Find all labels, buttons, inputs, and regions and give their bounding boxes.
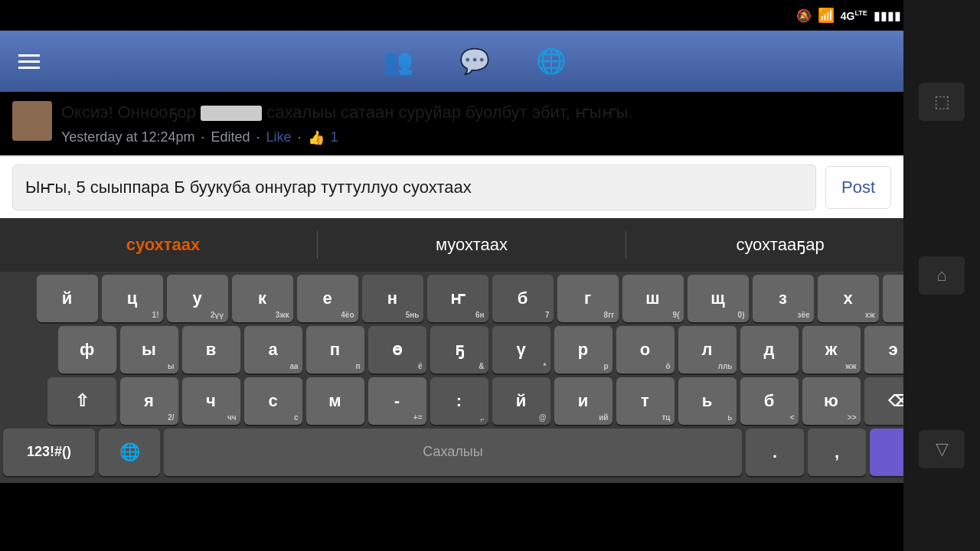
key-д[interactable]: д bbox=[740, 326, 799, 373]
comment-input-area: Ыҥы, 5 сыыппара Б буукуба оннугар туттул… bbox=[0, 156, 903, 218]
post-message: Оксиэ! Оннооҕор сахалыы сатаан суруйар б… bbox=[61, 101, 891, 125]
like-button[interactable]: Like bbox=[266, 129, 292, 145]
key-й2[interactable]: й@ bbox=[492, 377, 550, 425]
key-ф[interactable]: ф bbox=[58, 326, 116, 373]
back-button[interactable]: ⬚ bbox=[919, 83, 965, 121]
period-key[interactable]: . bbox=[746, 429, 804, 476]
friends-icon[interactable]: 👥 bbox=[383, 47, 413, 76]
like-icon: 👍 bbox=[308, 129, 325, 146]
comment-input[interactable]: Ыҥы, 5 сыыппара Б буукуба оннугар туттул… bbox=[12, 165, 816, 210]
key-ш[interactable]: ш9( bbox=[622, 275, 684, 322]
key-у[interactable]: у2үү bbox=[167, 275, 228, 322]
key-ю[interactable]: ю>> bbox=[802, 377, 861, 425]
signal-icon: ▮▮▮▮ bbox=[874, 8, 901, 23]
globe-icon[interactable]: 🌐 bbox=[536, 47, 567, 76]
key-й[interactable]: й bbox=[37, 275, 98, 322]
key-к[interactable]: к3жк bbox=[232, 275, 293, 322]
suggestion-2[interactable]: муохтаах bbox=[318, 229, 626, 261]
key-х[interactable]: ххж bbox=[818, 275, 879, 322]
key-ж[interactable]: жжж bbox=[802, 326, 861, 373]
key-colon[interactable]: :,. bbox=[430, 377, 488, 425]
suggestion-1[interactable]: суохтаах bbox=[9, 229, 317, 261]
key-р[interactable]: рр bbox=[554, 326, 612, 373]
key-dash[interactable]: -+= bbox=[368, 377, 426, 425]
key-ы[interactable]: ыы bbox=[120, 326, 178, 373]
key-б2[interactable]: б< bbox=[740, 377, 799, 425]
key-е[interactable]: е4ёо bbox=[297, 275, 358, 322]
keyboard-row-3: ⇧ я2/ ччч сс м -+= :,. й@ иий ттц ьь б< … bbox=[3, 377, 977, 425]
key-с[interactable]: сс bbox=[244, 377, 302, 425]
key-ц[interactable]: ц1! bbox=[102, 275, 163, 322]
keyboard-row-1: й ц1! у2үү к3жк е4ёо н5нь ҥ6н б7 г8гг ш9… bbox=[3, 275, 977, 322]
edited-label: Edited bbox=[211, 129, 250, 145]
key-и[interactable]: иий bbox=[554, 377, 612, 425]
space-key[interactable]: Сахалыы bbox=[164, 429, 742, 476]
status-bar: 🔕 📶 4GLTE ▮▮▮▮ 🔋 12:32 bbox=[0, 0, 980, 31]
keyboard-bottom-row: 123!#() 🌐 Сахалыы . , ↵ bbox=[3, 429, 977, 476]
key-п[interactable]: пп bbox=[306, 326, 364, 373]
facebook-nav-bar: 👥 💬 🌐 👤☰ bbox=[0, 31, 980, 92]
key-а[interactable]: ааа bbox=[244, 326, 302, 373]
keyboard-row-2: ф ыы в ааа пп өё ҕ& γ* рр оö ллль д жжж … bbox=[3, 326, 977, 373]
down-button[interactable]: ▽ bbox=[919, 430, 965, 468]
key-я[interactable]: я2/ bbox=[120, 377, 178, 425]
wifi-icon: 📶 bbox=[818, 7, 835, 24]
blurred-name bbox=[201, 106, 262, 121]
key-ч[interactable]: ччч bbox=[182, 377, 240, 425]
nums-key[interactable]: 123!#() bbox=[3, 429, 95, 476]
messenger-icon[interactable]: 💬 bbox=[459, 47, 490, 76]
like-count: 1 bbox=[331, 129, 338, 145]
key-т[interactable]: ттц bbox=[616, 377, 675, 425]
4g-icon: 4GLTE bbox=[841, 9, 867, 22]
key-щ[interactable]: щ0) bbox=[688, 275, 749, 322]
avatar bbox=[12, 101, 52, 141]
key-м[interactable]: м bbox=[306, 377, 364, 425]
comma-key[interactable]: , bbox=[808, 429, 866, 476]
globe-key[interactable]: 🌐 bbox=[99, 429, 160, 476]
key-л[interactable]: ллль bbox=[678, 326, 737, 373]
suggestion-3[interactable]: суохтааҕар bbox=[626, 229, 934, 261]
key-г[interactable]: г8гг bbox=[557, 275, 619, 322]
key-ҕ[interactable]: ҕ& bbox=[430, 326, 488, 373]
key-н[interactable]: н5нь bbox=[362, 275, 423, 322]
post-content: Оксиэ! Оннооҕор сахалыы сатаан суруйар б… bbox=[0, 92, 903, 156]
key-б[interactable]: б7 bbox=[492, 275, 554, 322]
post-timestamp: Yesterday at 12:24pm bbox=[61, 129, 194, 145]
post-meta: Yesterday at 12:24pm · Edited · Like · 👍… bbox=[61, 129, 891, 146]
key-о[interactable]: оö bbox=[616, 326, 675, 373]
key-з[interactable]: ззёе bbox=[753, 275, 814, 322]
home-button[interactable]: ⌂ bbox=[919, 256, 965, 295]
keyboard: й ц1! у2үү к3жк е4ёо н5нь ҥ6н б7 г8гг ш9… bbox=[0, 272, 980, 483]
hamburger-menu[interactable] bbox=[18, 54, 40, 69]
shift-key[interactable]: ⇧ bbox=[47, 377, 116, 425]
signal-mute-icon: 🔕 bbox=[796, 8, 812, 23]
key-в[interactable]: в bbox=[182, 326, 240, 373]
post-button[interactable]: Post bbox=[825, 166, 891, 209]
key-ө[interactable]: өё bbox=[368, 326, 426, 373]
key-γ[interactable]: γ* bbox=[492, 326, 550, 373]
key-ҥ[interactable]: ҥ6н bbox=[427, 275, 488, 322]
suggestions-bar: суохтаах муохтаах суохтааҕар ✕ bbox=[0, 218, 980, 272]
right-panel: ⬚ ⌂ ▽ bbox=[903, 31, 980, 551]
key-ь[interactable]: ьь bbox=[678, 377, 737, 425]
